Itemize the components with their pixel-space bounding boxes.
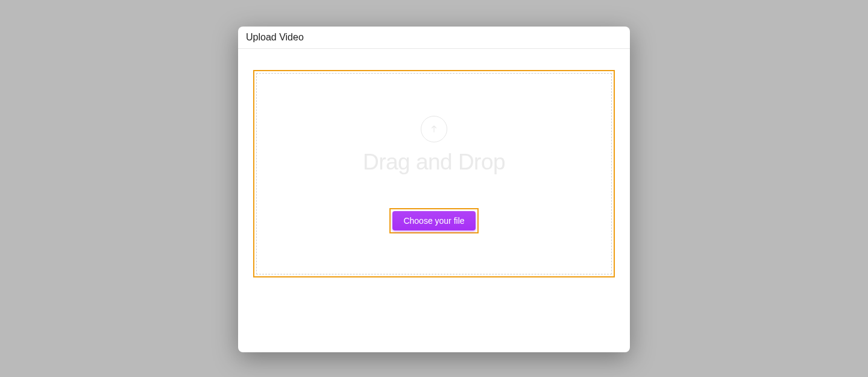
modal-body: Drag and Drop Choose your file (238, 49, 630, 299)
choose-file-highlight: Choose your file (389, 208, 478, 233)
upload-video-modal: Upload Video Drag and Drop Choose your f… (238, 27, 630, 352)
dropzone[interactable]: Drag and Drop Choose your file (256, 73, 612, 274)
choose-file-button[interactable]: Choose your file (392, 211, 475, 230)
drag-drop-label: Drag and Drop (363, 150, 505, 175)
dropzone-highlight: Drag and Drop Choose your file (253, 70, 615, 277)
upload-icon (421, 116, 447, 142)
modal-title: Upload Video (238, 27, 630, 49)
